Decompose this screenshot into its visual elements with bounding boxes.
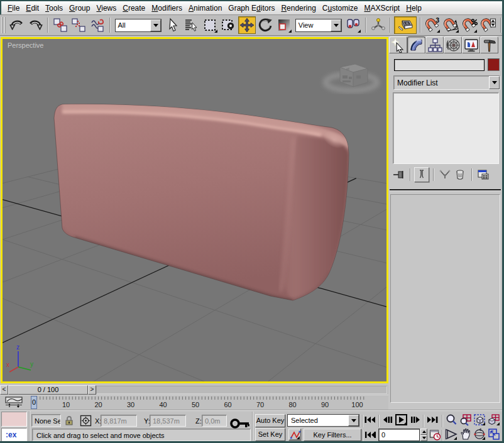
zoomext-icon: [473, 413, 486, 426]
menu-views[interactable]: Views: [93, 3, 119, 14]
time-slider-prev-button[interactable]: <: [0, 385, 8, 395]
menu-help[interactable]: Help: [403, 3, 425, 14]
tab-utilities[interactable]: [480, 36, 498, 53]
menu-edit[interactable]: Edit: [23, 3, 42, 14]
pan-icon: [459, 428, 472, 440]
undo-button[interactable]: [8, 16, 26, 34]
key-filters-button[interactable]: Key Filters...: [304, 429, 361, 441]
select-and-manipulate-button[interactable]: [370, 16, 387, 34]
time-slider-track[interactable]: [96, 386, 387, 394]
selection-filter-dropdown[interactable]: All: [115, 19, 162, 32]
frame-spinner-up[interactable]: [420, 429, 427, 435]
toolbar-grip[interactable]: [1, 17, 6, 33]
modifier-list-dropdown-arrow[interactable]: [489, 76, 500, 89]
play-button[interactable]: [395, 414, 407, 425]
tab-hierarchy[interactable]: [425, 36, 444, 53]
snaps-toggle-button[interactable]: [424, 16, 442, 34]
menu-animation[interactable]: Animation: [185, 3, 225, 14]
keyboard-shortcut-override-toggle[interactable]: [394, 16, 416, 34]
object-color-swatch[interactable]: [488, 58, 500, 71]
zoom-button[interactable]: [445, 413, 457, 426]
bind-to-space-warp-button[interactable]: [89, 16, 106, 34]
auto-key-button[interactable]: Auto Key: [255, 414, 285, 427]
frame-spinner-down[interactable]: [420, 435, 427, 441]
window-crossing-button[interactable]: [220, 16, 238, 34]
time-slider-next-button[interactable]: >: [88, 385, 96, 395]
select-object-button[interactable]: [164, 16, 182, 34]
menu-maxscript[interactable]: MAXScript: [361, 3, 403, 14]
perspective-viewport[interactable]: Perspective z x y: [1, 37, 388, 383]
select-and-move-button[interactable]: [238, 16, 256, 34]
select-by-name-button[interactable]: [183, 16, 200, 34]
unlink-selection-button[interactable]: [70, 16, 87, 34]
redo-button[interactable]: [26, 16, 44, 34]
x-coordinate-field[interactable]: 8,817m: [101, 415, 137, 427]
menu-customize[interactable]: Customize: [319, 3, 361, 14]
object-name-field[interactable]: [394, 59, 485, 71]
show-end-result-button[interactable]: [414, 167, 429, 182]
track-bar[interactable]: 0102030405060708090100 0: [0, 395, 388, 410]
menu-modifiers[interactable]: Modifiers: [148, 3, 185, 14]
svg-text:80: 80: [288, 401, 296, 408]
field-of-view-button[interactable]: [445, 428, 457, 440]
svg-text:100: 100: [351, 401, 363, 408]
time-configuration-button[interactable]: [429, 429, 441, 440]
svg-text:30: 30: [127, 401, 134, 408]
z-coordinate-field[interactable]: 0,0m: [202, 415, 227, 427]
spinner-snap-toggle-button[interactable]: [479, 16, 497, 34]
time-slider-handle[interactable]: 0 / 100: [8, 385, 88, 395]
dropdown-arrow-icon[interactable]: [150, 19, 161, 31]
go-to-end-button[interactable]: [426, 415, 439, 424]
dropdown-arrow-icon[interactable]: [331, 19, 341, 31]
pin-stack-button[interactable]: [391, 167, 406, 182]
key-mode-toggle-button[interactable]: [364, 430, 376, 439]
select-and-link-button[interactable]: [52, 16, 69, 34]
track-bar-frame-marker[interactable]: 0: [31, 396, 37, 409]
modifier-stack-list[interactable]: [393, 92, 499, 164]
tab-motion[interactable]: [444, 36, 462, 53]
maxscript-mini-listener[interactable]: :ex: [1, 428, 27, 442]
current-frame-field[interactable]: 0: [378, 429, 420, 441]
tab-create[interactable]: [389, 36, 407, 53]
tripod-y-label: y: [30, 361, 33, 368]
tab-display[interactable]: [462, 36, 480, 53]
menu-graph-editors[interactable]: Graph Editors: [225, 3, 278, 14]
set-key-button[interactable]: Set Key: [255, 428, 285, 441]
menu-tools[interactable]: Tools: [42, 3, 66, 14]
next-frame-button[interactable]: [410, 415, 422, 424]
viewport-label[interactable]: Perspective: [8, 41, 43, 49]
arc-rotate-button[interactable]: [473, 428, 486, 440]
percent-snap-toggle-button[interactable]: [461, 16, 479, 34]
zoom-extents-all-button[interactable]: [488, 413, 500, 426]
previous-frame-button[interactable]: [381, 415, 393, 424]
rectangular-selection-region-button[interactable]: [201, 16, 219, 34]
zoom-all-button[interactable]: [459, 413, 472, 426]
toolbar-separator: [47, 18, 48, 33]
macro-recorder-pane[interactable]: [1, 412, 27, 427]
menu-group[interactable]: Group: [66, 3, 93, 14]
go-to-start-button[interactable]: [364, 415, 376, 424]
default-in-out-tangents-button[interactable]: [288, 429, 301, 440]
menu-create[interactable]: Create: [119, 3, 148, 14]
y-coordinate-field[interactable]: 18,537m: [150, 415, 186, 427]
reference-coordinate-system-dropdown[interactable]: View: [295, 19, 342, 32]
removemod-icon: [454, 168, 466, 181]
selection-set-dropdown-arrow[interactable]: [348, 415, 359, 426]
configure-modifier-sets-button[interactable]: [476, 167, 491, 182]
make-unique-button[interactable]: [437, 167, 452, 182]
modifier-list-dropdown[interactable]: Modifier List: [393, 75, 500, 90]
tab-modify[interactable]: [407, 36, 425, 53]
menu-file[interactable]: File: [4, 3, 23, 14]
select-and-scale-button[interactable]: [275, 16, 293, 34]
use-pivot-point-center-button[interactable]: [344, 16, 362, 34]
selection-lock-toggle[interactable]: [63, 415, 75, 426]
min-max-toggle-button[interactable]: [488, 428, 500, 440]
selection-set-dropdown[interactable]: Selected: [287, 414, 359, 427]
remove-modifier-button[interactable]: [452, 167, 468, 182]
absolute-mode-transform-toggle[interactable]: [80, 415, 92, 427]
pan-button[interactable]: [459, 428, 472, 440]
angle-snap-toggle-button[interactable]: [442, 16, 460, 34]
select-and-rotate-button[interactable]: [257, 16, 275, 34]
menu-rendering[interactable]: Rendering: [278, 3, 319, 14]
zoom-extents-button[interactable]: [473, 413, 486, 426]
